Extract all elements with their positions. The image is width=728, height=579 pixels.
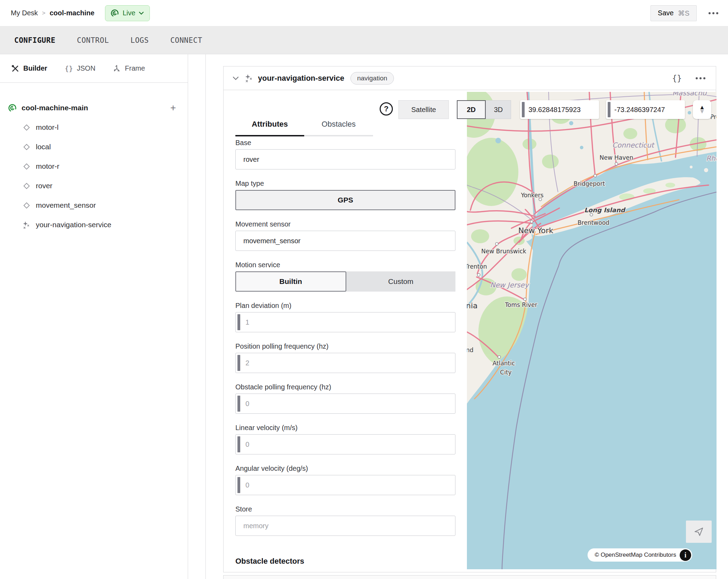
card-header: your-navigation-service navigation {} [224,66,716,90]
svg-text:Toms River: Toms River [505,301,537,308]
map-type-gps-button[interactable]: GPS [235,190,455,210]
longitude-input[interactable] [614,100,682,119]
tree-item-movement-sensor[interactable]: movement_sensor [0,196,188,215]
svg-text:Rhod: Rhod [706,154,717,162]
zoom-stepper[interactable]: ▲ ▼ [693,100,711,119]
position-polling-input[interactable] [236,353,455,373]
tree-item-your-navigation-service[interactable]: your-navigation-service [0,215,188,235]
tree-item-label: motor-l [36,123,58,132]
motion-builtin-option[interactable]: Builtin [235,271,346,292]
component-diamond-icon [22,143,31,151]
view-tab-json-label: JSON [77,64,95,72]
view-tab-builder[interactable]: Builder [11,64,47,73]
motion-custom-option[interactable]: Custom [346,271,456,292]
svg-text:Long Island: Long Island [584,206,625,214]
tab-configure[interactable]: CONFIGURE [14,36,55,45]
attribution-text: © OpenStreetMap Contributors [594,552,676,558]
tree-root-label: cool-machine-main [22,104,88,112]
card-json-icon[interactable]: {} [672,74,682,83]
motion-service-label: Motion service [235,261,455,269]
tree-item-label: motor-r [36,162,59,170]
satellite-toggle-button[interactable]: Satellite [398,100,449,119]
plan-deviation-label: Plan deviation (m) [235,302,455,310]
help-icon[interactable]: ? [380,102,393,116]
recenter-button[interactable] [686,521,712,543]
tree-item-motor-r[interactable]: motor-r [0,157,188,176]
attribute-tabs: Attributes Obstacles [235,107,373,136]
live-status-dropdown[interactable]: Live [105,5,150,21]
view-mode-tabs: Builder {} JSON Frame [0,54,188,83]
info-icon[interactable]: i [680,549,691,561]
number-drag-handle[interactable] [237,314,240,330]
number-drag-handle[interactable] [237,355,240,371]
more-menu-icon[interactable] [709,12,718,14]
linear-velocity-input[interactable] [236,435,455,454]
number-drag-handle[interactable] [237,436,240,452]
movement-sensor-input[interactable] [236,231,455,251]
base-input[interactable] [236,150,455,169]
config-sidebar: Builder {} JSON Frame cool-machine-main … [0,54,188,579]
number-drag-handle[interactable] [237,396,240,412]
main-content: your-navigation-service navigation {} At… [206,54,728,579]
attributes-form: Base Map type GPS Movement sensor Motion… [235,139,455,566]
view-tab-frame[interactable]: Frame [113,64,145,73]
navigation-arrow-icon [694,526,704,537]
breadcrumb-root[interactable]: My Desk [11,9,38,17]
svg-text:New Jersey: New Jersey [490,281,529,289]
tree-root-cool-machine-main[interactable]: cool-machine-main + [0,98,188,118]
tree-item-motor-l[interactable]: motor-l [0,118,188,137]
position-polling-label: Position polling frequency (hz) [235,342,455,350]
store-input[interactable] [236,516,455,536]
svg-text:City: City [500,369,511,376]
tree-item-label: rover [36,182,52,190]
svg-text:Brentwood: Brentwood [577,219,609,226]
view-tab-builder-label: Builder [23,64,47,72]
view-2d-button[interactable]: 2D [457,100,486,119]
card-body: Attributes Obstacles ? Satellite 2D 3D ▲ [224,90,716,572]
tab-obstacles[interactable]: Obstacles [304,107,373,136]
svg-text:Trenton: Trenton [467,263,487,270]
longitude-drag-handle[interactable] [608,102,610,117]
collapse-chevron-icon[interactable] [233,76,239,80]
angular-velocity-input[interactable] [236,475,455,495]
machine-part-icon [8,103,17,113]
tools-icon [11,64,19,73]
svg-text:New Haven: New Haven [600,154,633,161]
base-label: Base [235,139,455,147]
svg-text:nd: nd [467,347,474,354]
tab-logs[interactable]: LOGS [130,36,149,45]
navigation-service-card: your-navigation-service navigation {} At… [223,66,716,572]
breadcrumb: My Desk > cool-machine [11,9,95,17]
frame-axes-icon [113,64,121,73]
service-type-badge: navigation [350,72,394,85]
machine-part-tree: cool-machine-main + motor-l local motor-… [0,83,188,235]
tree-item-label: movement_sensor [36,201,96,209]
tree-item-rover[interactable]: rover [0,176,188,196]
step-down-icon[interactable]: ▼ [699,110,705,114]
tree-item-local[interactable]: local [0,137,188,157]
tab-attributes[interactable]: Attributes [235,107,304,136]
view-tab-json[interactable]: {} JSON [65,64,95,73]
map-small-island [690,166,693,168]
svg-text:Yonkers: Yonkers [521,192,544,199]
latitude-drag-handle[interactable] [522,102,525,117]
navigation-map[interactable]: MassachuProRhodConnecticutNew HavenBridg… [467,92,717,569]
latitude-input[interactable] [528,100,597,119]
card-more-menu-icon[interactable] [696,77,705,79]
number-drag-handle[interactable] [237,477,240,493]
save-button[interactable]: Save ⌘S [650,5,697,21]
machine-tab-bar: CONFIGURE CONTROL LOGS CONNECT [0,26,728,54]
tab-control[interactable]: CONTROL [77,36,109,45]
obstacle-polling-input[interactable] [236,394,455,413]
svg-text:New Brunswick: New Brunswick [481,248,526,255]
plan-deviation-input[interactable] [236,312,455,332]
tab-connect[interactable]: CONNECT [170,36,202,45]
component-diamond-icon [22,162,31,171]
add-component-button[interactable]: + [170,102,176,113]
breadcrumb-current: cool-machine [50,9,95,17]
view-tab-frame-label: Frame [125,64,145,72]
top-bar: My Desk > cool-machine Live Save ⌘S [0,0,728,26]
view-3d-button[interactable]: 3D [486,100,511,119]
longitude-input-wrap [606,100,685,119]
svg-text:nia: nia [467,301,478,310]
